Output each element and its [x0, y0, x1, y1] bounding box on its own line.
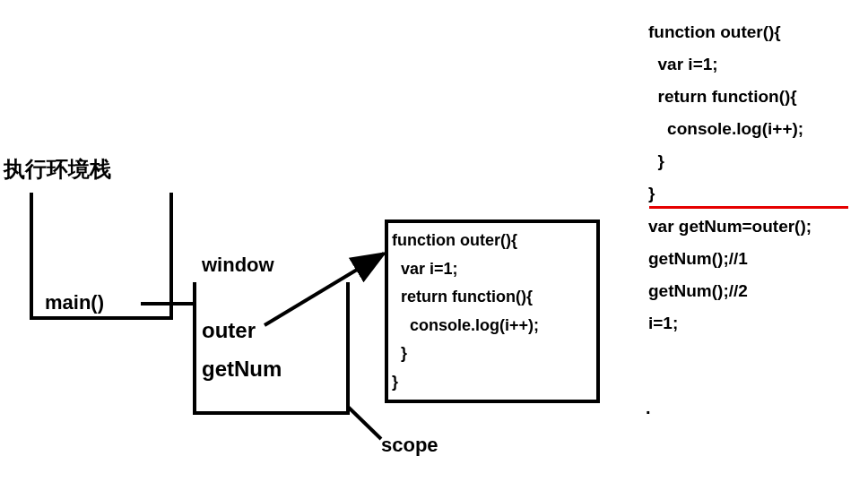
window-label: window [202, 254, 274, 277]
right-code-block: function outer(){ var i=1; return functi… [648, 16, 812, 340]
svg-line-2 [348, 407, 381, 439]
main-label: main() [45, 291, 104, 314]
scope-label: scope [381, 434, 438, 457]
scope-box [193, 282, 350, 415]
red-underline [649, 206, 848, 209]
outer-label: outer [202, 318, 256, 343]
dot: . [646, 398, 651, 418]
connector-main-to-scope [141, 302, 195, 306]
getnum-label: getNum [202, 357, 282, 382]
title-execution-stack: 执行环境栈 [4, 155, 111, 184]
function-code: function outer(){ var i=1; return functi… [392, 227, 539, 396]
